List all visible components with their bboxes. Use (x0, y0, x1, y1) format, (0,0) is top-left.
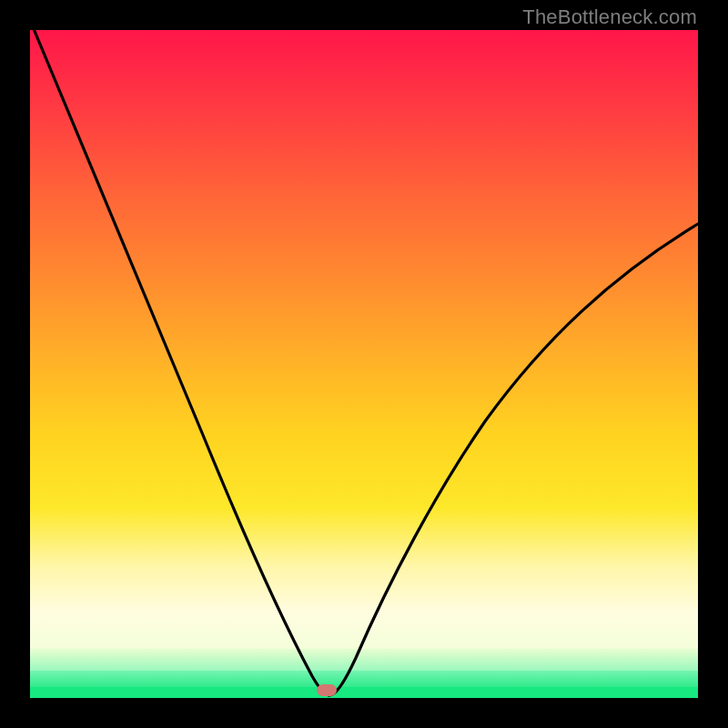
watermark-text: TheBottleneck.com (522, 5, 697, 29)
plot-area (30, 30, 698, 698)
bottleneck-curve (30, 30, 698, 698)
chart-frame: TheBottleneck.com (0, 0, 728, 728)
optimal-marker (317, 684, 337, 696)
